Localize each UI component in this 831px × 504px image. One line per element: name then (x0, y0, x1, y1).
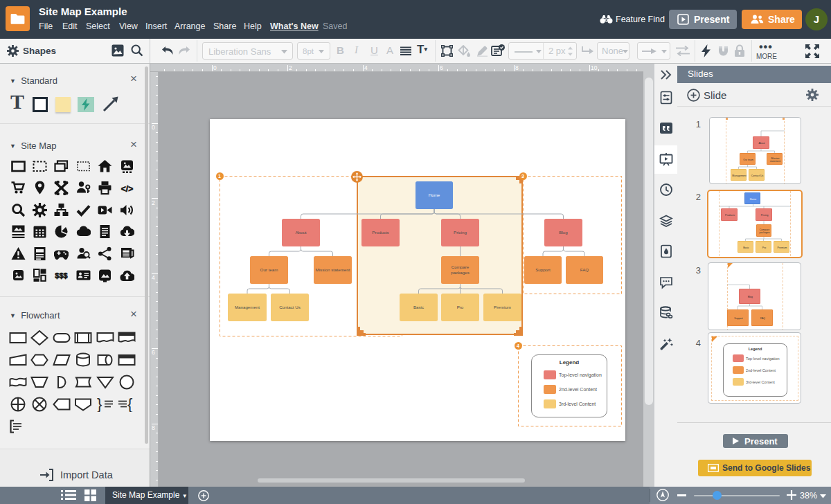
svg-text:}: } (97, 397, 102, 412)
svg-text:{: { (127, 397, 132, 412)
svg-text:</>: </> (120, 184, 132, 194)
svg-text:$$$: $$$ (55, 271, 68, 280)
